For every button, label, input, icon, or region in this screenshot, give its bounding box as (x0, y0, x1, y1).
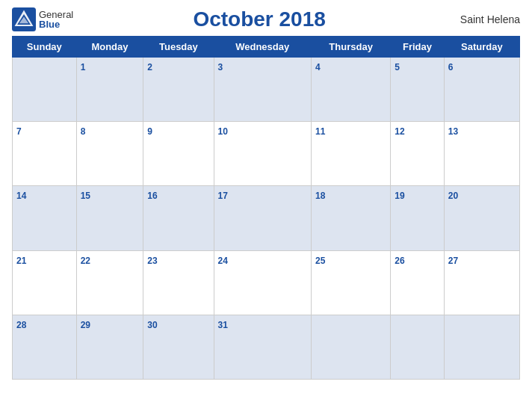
day-number-18: 18 (315, 191, 325, 201)
header-sunday: Sunday (13, 37, 77, 58)
day-number-16: 16 (147, 191, 157, 201)
day-number-11: 11 (315, 126, 325, 137)
calendar-cell-2-2: 16 (143, 186, 214, 250)
calendar-cell-4-5 (391, 315, 444, 379)
day-number-22: 22 (81, 256, 90, 266)
calendar-cell-2-0: 14 (13, 186, 77, 250)
day-number-3: 3 (218, 62, 223, 72)
calendar-cell-0-4: 4 (311, 58, 390, 122)
week-row-2: 78910111213 (13, 122, 520, 186)
calendar-cell-3-4: 25 (311, 250, 390, 315)
header-wednesday: Wednesday (214, 37, 311, 58)
calendar-cell-4-0: 28 (13, 315, 77, 379)
generalblue-logo-icon (12, 7, 36, 31)
calendar-cell-4-6 (444, 315, 519, 379)
calendar-cell-0-0 (13, 58, 77, 122)
calendar-cell-1-4: 11 (311, 122, 390, 186)
calendar-cell-4-4 (311, 315, 390, 379)
week-row-4: 21222324252627 (13, 250, 520, 315)
day-number-24: 24 (218, 256, 228, 266)
day-number-10: 10 (218, 126, 228, 137)
calendar-container: General Blue October 2018 Saint Helena S… (0, 0, 532, 411)
day-number-25: 25 (315, 256, 325, 266)
calendar-cell-3-0: 21 (13, 250, 77, 315)
day-number-15: 15 (81, 191, 90, 201)
header-thursday: Thursday (311, 37, 390, 58)
calendar-cell-2-4: 18 (311, 186, 390, 250)
calendar-cell-1-5: 12 (391, 122, 444, 186)
calendar-cell-4-1: 29 (76, 315, 143, 379)
header-friday: Friday (391, 37, 444, 58)
day-number-13: 13 (448, 126, 458, 137)
day-number-19: 19 (395, 191, 404, 201)
weekday-header-row: Sunday Monday Tuesday Wednesday Thursday… (13, 37, 520, 58)
calendar-cell-4-3: 31 (214, 315, 311, 379)
calendar-cell-3-1: 22 (76, 250, 143, 315)
day-number-4: 4 (315, 62, 321, 72)
calendar-header: General Blue October 2018 Saint Helena (12, 7, 520, 31)
week-row-5: 28293031 (13, 315, 520, 379)
day-number-20: 20 (448, 191, 458, 201)
header-monday: Monday (76, 37, 143, 58)
calendar-cell-0-3: 3 (214, 58, 311, 122)
calendar-cell-0-6: 6 (444, 58, 519, 122)
week-row-1: 123456 (13, 58, 520, 122)
calendar-cell-3-5: 26 (391, 250, 444, 315)
logo-blue-text: Blue (39, 19, 73, 29)
calendar-cell-0-2: 2 (143, 58, 214, 122)
day-number-1: 1 (81, 62, 86, 72)
day-number-17: 17 (218, 191, 228, 201)
calendar-cell-3-6: 27 (444, 250, 519, 315)
location-text: Saint Helena (445, 13, 520, 25)
calendar-cell-1-2: 9 (143, 122, 214, 186)
day-number-29: 29 (81, 320, 90, 330)
calendar-cell-1-0: 7 (13, 122, 77, 186)
day-number-9: 9 (147, 126, 152, 137)
logo-text: General Blue (39, 10, 73, 29)
calendar-cell-2-6: 20 (444, 186, 519, 250)
calendar-cell-3-3: 24 (214, 250, 311, 315)
day-number-26: 26 (395, 256, 404, 266)
header-tuesday: Tuesday (143, 37, 214, 58)
calendar-cell-1-3: 10 (214, 122, 311, 186)
day-number-12: 12 (395, 126, 404, 137)
day-number-8: 8 (81, 126, 86, 137)
header-saturday: Saturday (444, 37, 519, 58)
day-number-30: 30 (147, 320, 157, 330)
calendar-title: October 2018 (73, 7, 445, 31)
day-number-2: 2 (147, 62, 152, 72)
calendar-cell-1-1: 8 (76, 122, 143, 186)
calendar-cell-0-5: 5 (391, 58, 444, 122)
calendar-cell-4-2: 30 (143, 315, 214, 379)
day-number-28: 28 (16, 320, 26, 330)
logo-area: General Blue (12, 7, 73, 31)
calendar-body: 1234567891011121314151617181920212223242… (13, 58, 520, 380)
day-number-5: 5 (395, 62, 400, 72)
calendar-cell-2-5: 19 (391, 186, 444, 250)
calendar-cell-0-1: 1 (76, 58, 143, 122)
day-number-31: 31 (218, 320, 228, 330)
day-number-21: 21 (16, 256, 26, 266)
day-number-7: 7 (16, 126, 22, 137)
day-number-27: 27 (448, 256, 458, 266)
day-number-23: 23 (147, 256, 157, 266)
day-number-6: 6 (448, 62, 454, 72)
week-row-3: 14151617181920 (13, 186, 520, 250)
calendar-table: Sunday Monday Tuesday Wednesday Thursday… (12, 36, 520, 380)
calendar-cell-2-1: 15 (76, 186, 143, 250)
calendar-cell-2-3: 17 (214, 186, 311, 250)
day-number-14: 14 (16, 191, 26, 201)
calendar-cell-1-6: 13 (444, 122, 519, 186)
calendar-cell-3-2: 23 (143, 250, 214, 315)
